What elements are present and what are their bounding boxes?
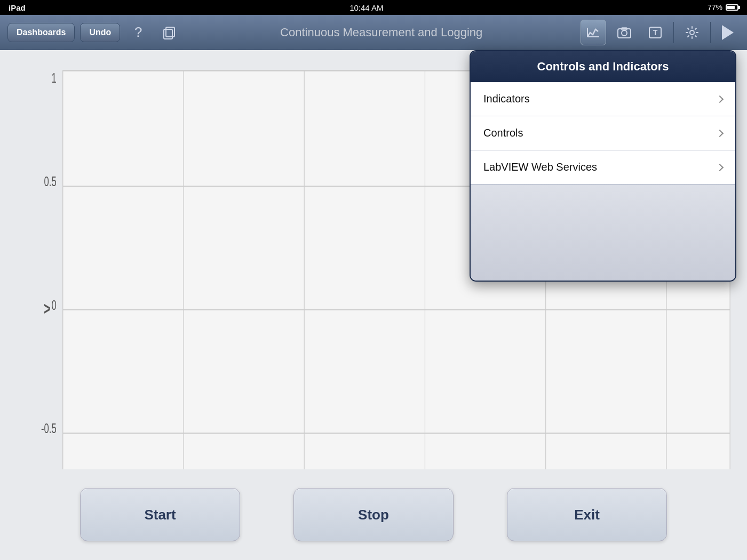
svg-rect-0 xyxy=(164,29,172,39)
time-display: 10:44 AM xyxy=(349,3,383,12)
stop-button[interactable]: Stop xyxy=(293,488,454,541)
controls-indicators-panel: Controls and Indicators Indicators Contr… xyxy=(470,50,736,282)
main-content: /dataDisplay 1 0.5 0 -0.5 -1 > xyxy=(0,50,747,560)
controls-item[interactable]: Controls xyxy=(471,116,735,150)
chevron-right-icon-3 xyxy=(716,163,724,171)
text-button[interactable]: T xyxy=(642,20,668,45)
device-name: iPad xyxy=(9,3,26,12)
svg-text:>: > xyxy=(44,299,51,318)
toolbar-title: Continuous Measurement and Logging xyxy=(187,26,575,39)
toolbar-separator-2 xyxy=(710,22,711,43)
svg-point-9 xyxy=(690,30,694,35)
chart-icon-button[interactable] xyxy=(581,20,606,45)
svg-rect-1 xyxy=(166,27,174,37)
panel-arrow xyxy=(593,50,613,51)
button-area: Start Stop Exit xyxy=(0,469,747,560)
undo-button[interactable]: Undo xyxy=(80,23,120,42)
status-bar: iPad 10:44 AM 77% xyxy=(0,0,747,15)
battery-icon xyxy=(726,4,738,11)
svg-text:0.5: 0.5 xyxy=(44,173,57,189)
dashboards-button[interactable]: Dashboards xyxy=(7,23,75,42)
svg-text:0: 0 xyxy=(51,297,56,313)
start-button[interactable]: Start xyxy=(80,488,240,541)
toolbar-separator xyxy=(673,22,674,43)
help-button[interactable]: ? xyxy=(125,20,151,45)
battery-percent: 77% xyxy=(708,3,722,12)
settings-button[interactable] xyxy=(679,20,705,45)
panel-header: Controls and Indicators xyxy=(471,51,735,82)
play-button[interactable] xyxy=(716,21,740,44)
indicators-item[interactable]: Indicators xyxy=(471,82,735,116)
exit-button[interactable]: Exit xyxy=(507,488,667,541)
camera-button[interactable] xyxy=(611,20,637,45)
svg-text:-0.5: -0.5 xyxy=(41,420,57,436)
labview-webservices-item[interactable]: LabVIEW Web Services xyxy=(471,150,735,185)
copy-button[interactable] xyxy=(156,20,182,45)
svg-text:1: 1 xyxy=(51,70,56,86)
chevron-right-icon xyxy=(716,95,724,102)
svg-point-5 xyxy=(622,30,627,36)
toolbar: Dashboards Undo ? Continuous Measurement… xyxy=(0,15,747,50)
chevron-right-icon-2 xyxy=(716,129,724,137)
panel-empty-area xyxy=(471,185,735,281)
status-right: 77% xyxy=(708,3,738,12)
svg-text:T: T xyxy=(653,28,658,37)
